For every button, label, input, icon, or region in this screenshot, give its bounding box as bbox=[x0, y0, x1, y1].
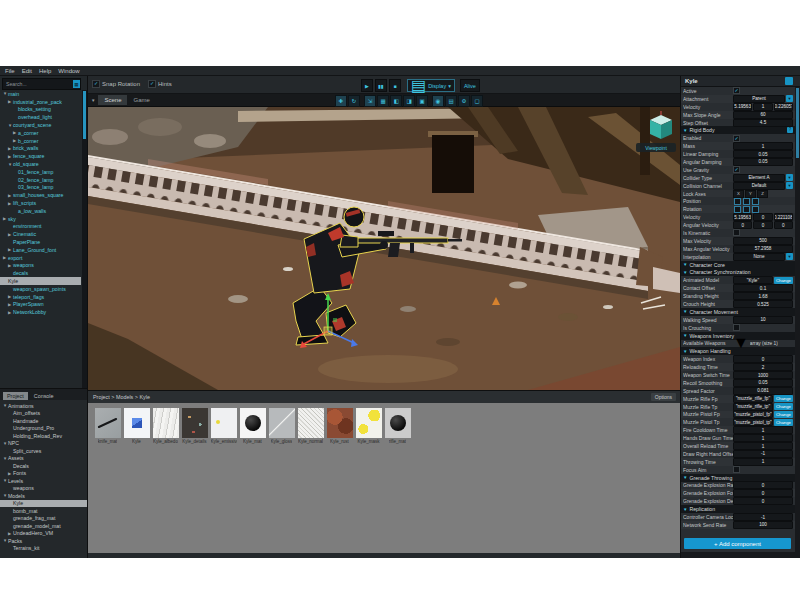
translate-tool-icon[interactable]: ✚ bbox=[335, 95, 347, 107]
asset-thumb-kyle-mask[interactable]: Kyle_mask bbox=[355, 408, 382, 444]
hierarchy-item-paperplane[interactable]: PaperPlane bbox=[0, 238, 81, 246]
maximize-icon[interactable]: ▢ bbox=[471, 95, 483, 107]
hierarchy-item-02-fence-lamp[interactable]: 02_fence_lamp bbox=[0, 176, 81, 184]
asset-thumb-knife-mat[interactable]: knife_mat bbox=[94, 408, 121, 444]
asset-thumb-rifle-mat[interactable]: rifle_mat bbox=[384, 408, 411, 444]
checkbox-icon[interactable]: ✓ bbox=[733, 166, 740, 173]
inspector-row-character-movement[interactable]: ▼Character Movement bbox=[681, 308, 795, 316]
value-field[interactable]: 0.05 bbox=[733, 379, 793, 387]
stop-button[interactable]: ■ bbox=[389, 79, 401, 92]
project-item-npc[interactable]: ▼NPC bbox=[0, 440, 87, 448]
hierarchy-item-cinematic[interactable]: ▶Cinematic bbox=[0, 230, 81, 238]
shading-mode-icon[interactable]: ▤ bbox=[445, 95, 457, 107]
value-field[interactable]: 1 bbox=[733, 142, 793, 150]
asset-thumb-kyle-albedo[interactable]: Kyle_albedo bbox=[152, 408, 179, 444]
asset-thumb-kyle-mat[interactable]: Kyle_mat bbox=[239, 408, 266, 444]
value-field[interactable]: 500 bbox=[733, 237, 793, 245]
hierarchy-item-blocks-setting[interactable]: blocks_setting bbox=[0, 106, 81, 114]
value-field[interactable]: 0 bbox=[733, 489, 793, 497]
hierarchy-item-b-corner[interactable]: ▶b_corner bbox=[0, 137, 81, 145]
inspector-scrollbar[interactable] bbox=[795, 87, 800, 558]
checkbox-icon[interactable] bbox=[733, 324, 740, 331]
section-collapse-icon[interactable]: ▼ bbox=[683, 333, 687, 338]
value-field[interactable]: 1000 bbox=[733, 371, 793, 379]
vector-field[interactable]: 0 bbox=[753, 213, 772, 221]
project-item-handmade[interactable]: Handmade bbox=[0, 417, 87, 425]
tab-game[interactable]: Game bbox=[127, 95, 155, 105]
value-field[interactable]: 0.525 bbox=[733, 300, 793, 308]
asset-thumb-kyle-normal[interactable]: Kyle_normal bbox=[297, 408, 324, 444]
value-field[interactable]: 0 bbox=[733, 481, 793, 489]
bounds-icon[interactable]: ▣ bbox=[416, 95, 428, 107]
project-item-holding-reload-rev[interactable]: Holding_Reload_Rev bbox=[0, 432, 87, 440]
hierarchy-item-main[interactable]: ▼main bbox=[0, 90, 81, 98]
project-item-fonts[interactable]: ▶Fonts bbox=[0, 470, 87, 478]
axis-toggle-y[interactable]: Y bbox=[745, 190, 756, 198]
hierarchy-item-kyle[interactable]: Kyle bbox=[0, 277, 81, 285]
checkbox-icon[interactable]: ✓ bbox=[733, 135, 740, 142]
play-button[interactable]: ▶ bbox=[361, 79, 373, 92]
project-item-grenade-model-mat[interactable]: grenade_model_mat bbox=[0, 522, 87, 530]
chevron-down-icon[interactable]: ▼ bbox=[786, 253, 793, 260]
local-global-icon[interactable]: ◨ bbox=[403, 95, 415, 107]
vector-field[interactable]: 5.19563 bbox=[733, 213, 752, 221]
menu-window[interactable]: Window bbox=[58, 68, 79, 74]
value-field[interactable]: -1 bbox=[733, 513, 793, 521]
lock-icon[interactable] bbox=[734, 198, 741, 205]
hierarchy-item-courtyard-scene[interactable]: ▼courtyard_scene bbox=[0, 121, 81, 129]
hierarchy-item-weapon-spawn-points[interactable]: weapon_spawn_points bbox=[0, 285, 81, 293]
checkbox-icon[interactable]: ✓ bbox=[148, 80, 156, 88]
hierarchy-scrollbar[interactable] bbox=[82, 90, 87, 388]
hierarchy-item-decals[interactable]: decals bbox=[0, 269, 81, 277]
value-field[interactable]: 4.5 bbox=[733, 119, 793, 127]
pause-button[interactable]: ▮▮ bbox=[375, 79, 387, 92]
vector-field[interactable]: -0.226057 bbox=[774, 103, 793, 111]
hierarchy-item-environment[interactable]: environment bbox=[0, 223, 81, 231]
section-collapse-icon[interactable]: ▼ bbox=[683, 507, 687, 512]
menu-file[interactable]: File bbox=[5, 68, 15, 74]
value-field[interactable]: 0.05 bbox=[733, 150, 793, 158]
hierarchy-item-sky[interactable]: ▶sky bbox=[0, 215, 81, 223]
value-field[interactable]: 10 bbox=[733, 316, 793, 324]
hierarchy-item-playerspawn[interactable]: ▶PlayerSpawn bbox=[0, 301, 81, 309]
value-field[interactable]: 0.05 bbox=[733, 158, 793, 166]
section-collapse-icon[interactable]: ▼ bbox=[683, 262, 687, 267]
lock-icon[interactable] bbox=[752, 198, 759, 205]
inspector-row-character-core[interactable]: ▼Character Core bbox=[681, 261, 795, 269]
asset-reference[interactable]: "Kyle" bbox=[733, 276, 773, 284]
asset-thumb-kyle-rust[interactable]: Kyle_rust bbox=[326, 408, 353, 444]
hierarchy-item-fence-square[interactable]: ▶fence_square bbox=[0, 152, 81, 160]
hierarchy-item-a-low-walls[interactable]: a_low_walls bbox=[0, 207, 81, 215]
value-field[interactable]: 60 bbox=[733, 111, 793, 119]
project-item-aim-offsets[interactable]: Aim_offsets bbox=[0, 410, 87, 418]
hierarchy-item-03-fence-lamp[interactable]: 03_fence_lamp bbox=[0, 184, 81, 192]
project-item-assets[interactable]: ▼Assets bbox=[0, 455, 87, 463]
hierarchy-item-brick-walls[interactable]: ▶brick_walls bbox=[0, 145, 81, 153]
hierarchy-item-lane-ground-font[interactable]: ▶Lane_Ground_font bbox=[0, 246, 81, 254]
value-field[interactable]: 1 bbox=[733, 434, 793, 442]
chevron-down-icon[interactable]: ▼ bbox=[786, 95, 793, 102]
asset-reference[interactable]: "muzzle_rifle_tp" bbox=[733, 403, 773, 411]
project-item-split-curves[interactable]: Split_curves bbox=[0, 447, 87, 455]
options-button[interactable]: Options bbox=[651, 393, 676, 401]
section-collapse-icon[interactable]: ▼ bbox=[683, 270, 687, 275]
hierarchy-search-input[interactable]: Search... ▦ bbox=[2, 78, 81, 90]
vector-field[interactable]: 0 bbox=[753, 221, 772, 229]
hierarchy-item-weapons[interactable]: ▶weapons bbox=[0, 262, 81, 270]
checkbox-icon[interactable]: ✓ bbox=[733, 87, 740, 94]
viewport-menu-icon[interactable]: ▼ bbox=[88, 98, 98, 103]
scale-tool-icon[interactable]: ⇲ bbox=[364, 95, 376, 107]
section-collapse-icon[interactable]: ▼ bbox=[683, 349, 687, 354]
vector-field[interactable]: 1 bbox=[753, 103, 772, 111]
project-item-kyle[interactable]: Kyle bbox=[0, 500, 87, 508]
project-item-packs[interactable]: ▼Packs bbox=[0, 537, 87, 545]
section-collapse-icon[interactable]: ▼ bbox=[683, 309, 687, 314]
project-item-bomb-mat[interactable]: bomb_mat bbox=[0, 507, 87, 515]
checkbox-icon[interactable]: ✓ bbox=[92, 80, 100, 88]
hierarchy-item-small-houses-square[interactable]: ▶small_houses_square bbox=[0, 191, 81, 199]
pivot-toggle-icon[interactable]: ◧ bbox=[390, 95, 402, 107]
chevron-down-icon[interactable]: ▼ bbox=[786, 182, 793, 189]
tab-scene[interactable]: Scene bbox=[98, 95, 127, 105]
value-field[interactable]: 1 bbox=[733, 442, 793, 450]
axis-toggle-z[interactable]: Z bbox=[757, 190, 768, 198]
